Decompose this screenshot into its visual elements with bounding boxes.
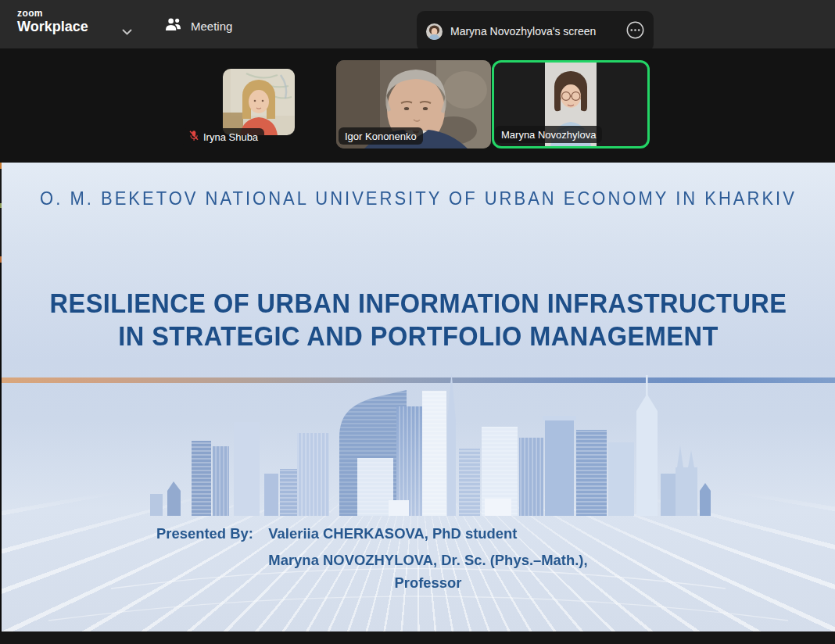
tab-meeting-label: Meeting (191, 20, 232, 33)
video-thumbnails-strip: Iryna Shuba Igor Kononenko Maryna Novozh… (0, 48, 835, 163)
presenter-1: Valeriia CHERKASOVA, PhD student (268, 525, 517, 542)
avatar (426, 23, 443, 40)
tab-shared-screen[interactable]: Maryna Novozhylova's screen (417, 11, 654, 52)
bottom-bar (0, 631, 835, 644)
chevron-down-icon (122, 26, 132, 38)
slide-divider-gradient-bar (2, 377, 835, 383)
slide-title-line1: RESILIENCE OF URBAN INFORMATION INFRASTR… (30, 287, 805, 320)
video-tile-iryna-shuba[interactable] (223, 69, 295, 135)
presented-by-block: Presented By: Valeriia CHERKASOVA, PhD s… (156, 525, 588, 592)
zoom-app-window: zoom Workplace Meeting (0, 0, 835, 644)
participants-icon (164, 17, 182, 34)
window-tab-bar: zoom Workplace Meeting (0, 0, 835, 48)
brand-zoom-text: zoom (17, 9, 88, 19)
participant-name: Maryna Novozhylova (501, 129, 596, 141)
brand-workplace-text: Workplace (17, 19, 88, 34)
tab-shared-screen-label: Maryna Novozhylova's screen (450, 25, 596, 38)
mic-muted-icon (188, 130, 199, 145)
slide-university-line: O. M. BEKETOV NATIONAL UNIVERSITY OF URB… (2, 188, 835, 209)
presenter-2: Maryna NOVOZHYLOVA, Dr. Sc. (Phys.–Math.… (268, 552, 587, 569)
tab-meeting[interactable]: Meeting (164, 17, 232, 34)
slide-title-line2: IN STRATEGIC AND PORTFOLIO MANAGEMENT (30, 320, 805, 352)
presenter-2-title: Professor (394, 574, 461, 592)
more-options-button[interactable] (626, 23, 644, 41)
name-label-iryna: Iryna Shuba (182, 128, 264, 145)
participant-name: Iryna Shuba (203, 131, 258, 143)
presenter-names: Valeriia CHERKASOVA, PhD student Maryna … (268, 525, 587, 592)
name-label-maryna: Maryna Novozhylova (495, 126, 602, 143)
slide-title: RESILIENCE OF URBAN INFORMATION INFRASTR… (30, 287, 805, 352)
name-label-igor: Igor Kononenko (339, 127, 423, 145)
shared-screen-slide: O. M. BEKETOV NATIONAL UNIVERSITY OF URB… (2, 163, 835, 631)
window-edge-sliver (0, 163, 2, 631)
presented-by-label: Presented By: (156, 525, 253, 592)
participant-name: Igor Kononenko (345, 131, 417, 142)
zoom-workplace-logo: zoom Workplace (17, 9, 88, 35)
ellipsis-circle-icon (626, 21, 644, 41)
workspace-dropdown-button[interactable] (119, 23, 135, 41)
iryna-video-feed (223, 69, 295, 135)
